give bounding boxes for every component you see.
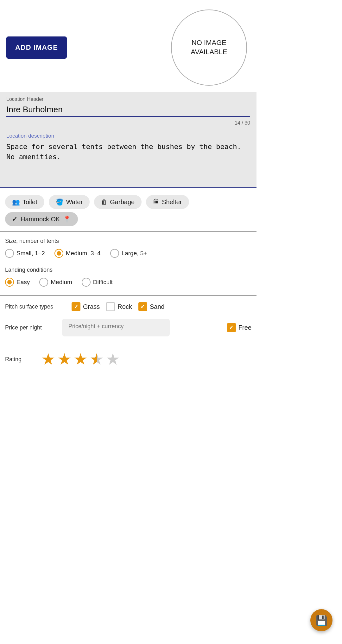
size-radio-row: Small, 1–2 Medium, 3–4 Large, 5+ (5, 249, 251, 258)
landing-label: Landing conditions (5, 267, 251, 273)
size-medium-radio-fill (57, 251, 61, 256)
landing-difficult[interactable]: Difficult (82, 278, 113, 287)
description-label: Location description (6, 133, 250, 139)
rating-section: Rating ★ ★ ★ ★ ★ ★ (0, 343, 256, 375)
landing-easy-radio[interactable] (5, 278, 14, 287)
location-header-label: Location Header (6, 96, 250, 102)
landing-medium-radio[interactable] (39, 278, 48, 287)
toilet-icon: 👥 (12, 198, 20, 206)
pitch-sand-checkbox[interactable]: ✓ (138, 302, 147, 311)
chip-hammock[interactable]: ✓ Hammock OK 📍 (5, 212, 78, 226)
price-section: Price per night ✓ Free (0, 315, 256, 343)
location-header-section: Location Header (0, 92, 256, 119)
star-4-fg: ★ (90, 350, 97, 368)
hammock-checkmark-icon: ✓ (12, 215, 17, 223)
landing-difficult-radio[interactable] (82, 278, 91, 287)
price-input[interactable] (68, 323, 163, 332)
landing-easy-label: Easy (16, 279, 30, 286)
price-label: Price per night (5, 324, 56, 331)
landing-medium[interactable]: Medium (39, 278, 72, 287)
price-free-label: Free (238, 324, 251, 331)
landing-easy[interactable]: Easy (5, 278, 30, 287)
chip-shelter[interactable]: 🏛 Shelter (146, 195, 189, 209)
price-free-check-icon: ✓ (229, 324, 234, 331)
chip-shelter-label: Shelter (162, 198, 182, 206)
location-header-input[interactable] (6, 103, 250, 117)
amenities-section: 👥 Toilet 🪣 Water 🗑 Garbage 🏛 Shelter ✓ H… (0, 188, 256, 231)
char-count: 14 / 30 (0, 119, 256, 128)
size-medium-radio[interactable] (54, 249, 63, 258)
pitch-rock[interactable]: Rock (106, 302, 132, 311)
size-small-radio[interactable] (5, 249, 14, 258)
description-textarea[interactable]: Space for several tents between the bush… (6, 142, 250, 180)
star-1[interactable]: ★ (41, 350, 55, 368)
shelter-icon: 🏛 (153, 198, 159, 206)
chip-water-label: Water (66, 198, 83, 206)
chip-garbage[interactable]: 🗑 Garbage (94, 195, 142, 209)
landing-medium-label: Medium (51, 279, 72, 286)
pitch-rock-label: Rock (117, 303, 132, 310)
landing-difficult-label: Difficult (93, 279, 113, 286)
rating-label: Rating (5, 356, 37, 363)
pitch-rock-checkbox[interactable] (106, 302, 115, 311)
amenities-chips-row: 👥 Toilet 🪣 Water 🗑 Garbage 🏛 Shelter (5, 195, 251, 209)
size-small[interactable]: Small, 1–2 (5, 249, 45, 258)
size-small-label: Small, 1–2 (16, 250, 45, 257)
garbage-icon: 🗑 (101, 198, 107, 206)
star-5[interactable]: ★ (106, 350, 120, 368)
star-2[interactable]: ★ (57, 350, 72, 368)
stars-row: ★ ★ ★ ★ ★ ★ (41, 350, 120, 368)
landing-radio-row: Easy Medium Difficult (5, 278, 251, 287)
size-medium[interactable]: Medium, 3–4 (54, 249, 101, 258)
price-free-checkbox[interactable]: ✓ (227, 323, 236, 332)
top-image-section: ADD IMAGE NO IMAGEAVAILABLE (0, 0, 256, 92)
star-3[interactable]: ★ (73, 350, 88, 368)
pitch-grass-label: Grass (83, 303, 100, 310)
price-input-wrap (62, 319, 170, 336)
chip-water[interactable]: 🪣 Water (49, 195, 90, 209)
add-image-button[interactable]: ADD IMAGE (6, 36, 67, 59)
water-icon: 🪣 (56, 198, 64, 206)
pitch-sand[interactable]: ✓ Sand (138, 302, 165, 311)
pitch-grass-checkbox[interactable]: ✓ (72, 302, 80, 311)
pitch-label: Pitch surface types (5, 303, 65, 310)
chip-toilet-label: Toilet (22, 198, 37, 206)
hammock-pin-icon: 📍 (63, 215, 71, 223)
size-section: Size, number of tents Small, 1–2 Medium,… (0, 231, 256, 263)
pitch-sand-check-icon: ✓ (140, 303, 145, 310)
size-large-radio[interactable] (110, 249, 119, 258)
star-4[interactable]: ★ ★ (90, 350, 104, 368)
size-medium-label: Medium, 3–4 (66, 250, 101, 257)
size-large-label: Large, 5+ (122, 250, 147, 257)
pitch-grass-check-icon: ✓ (74, 303, 79, 310)
landing-section: Landing conditions Easy Medium Difficult (0, 263, 256, 296)
pitch-grass[interactable]: ✓ Grass (72, 302, 100, 311)
landing-easy-radio-fill (7, 280, 12, 284)
description-section: Location description Space for several t… (0, 128, 256, 188)
size-large[interactable]: Large, 5+ (110, 249, 147, 258)
pitch-section: Pitch surface types ✓ Grass Rock ✓ Sand (0, 296, 256, 315)
chip-hammock-label: Hammock OK (21, 216, 60, 223)
price-free[interactable]: ✓ Free (227, 323, 251, 332)
no-image-placeholder: NO IMAGEAVAILABLE (171, 10, 247, 86)
size-label: Size, number of tents (5, 238, 251, 244)
chip-garbage-label: Garbage (110, 198, 135, 206)
chip-toilet[interactable]: 👥 Toilet (5, 195, 44, 209)
pitch-sand-label: Sand (150, 303, 165, 310)
